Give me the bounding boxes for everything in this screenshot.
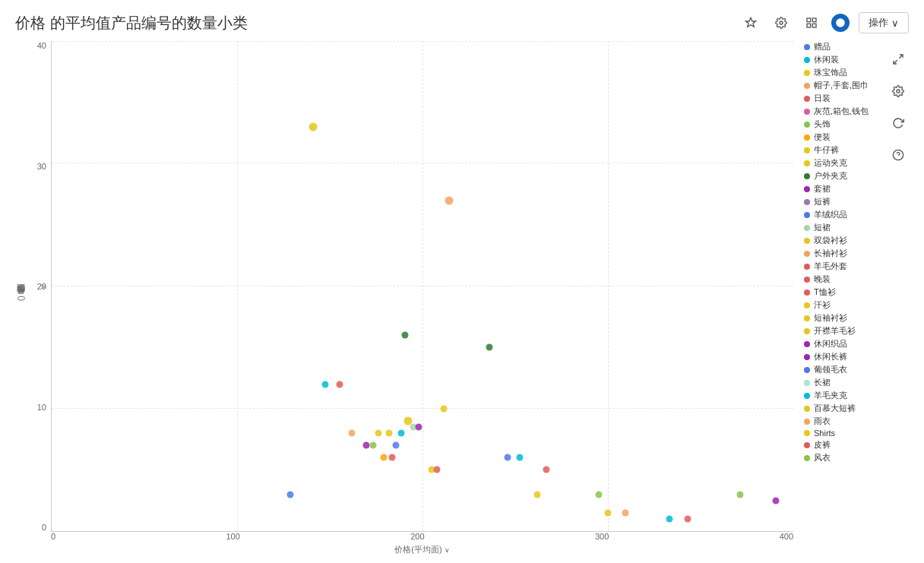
data-dot-12[interactable] [398, 430, 405, 437]
pin-icon[interactable] [740, 12, 761, 33]
legend-label-21: 短袖衬衫 [814, 312, 847, 324]
legend-panel: 赠品休闲装珠宝饰品帽子,手套,围巾日装灰范,箱包,钱包头饰便装牛仔裤运动夹克户外… [793, 41, 884, 497]
legend-item-22: 开襟羊毛衫 [804, 325, 884, 337]
y-axis: 40 30 20 10 0 [30, 41, 51, 532]
data-dot-7[interactable] [375, 430, 381, 437]
legend-item-20: 汗衫 [804, 299, 884, 311]
legend-dot-0 [804, 44, 810, 50]
data-dot-2[interactable] [322, 381, 329, 387]
legend-dot-7 [804, 134, 810, 141]
legend-label-6: 头饰 [814, 119, 831, 130]
legend-item-8: 牛仔裤 [804, 144, 884, 156]
data-dot-0[interactable] [286, 491, 293, 498]
legend-dot-20 [804, 302, 810, 308]
legend-item-13: 羊绒织品 [804, 209, 884, 220]
x-tick-300: 300 [595, 532, 609, 541]
data-dot-6[interactable] [369, 442, 376, 449]
legend-dot-6 [804, 122, 810, 128]
y-tick-10: 10 [37, 403, 46, 412]
data-dot-24[interactable] [534, 491, 541, 498]
legend-dot-18 [804, 277, 810, 283]
legend-item-23: 休闲织品 [804, 338, 884, 350]
legend-dot-14 [804, 225, 810, 231]
legend-item-18: 晚装 [804, 274, 884, 285]
data-dot-3[interactable] [336, 381, 343, 387]
legend-dot-9 [804, 160, 810, 166]
data-dot-29[interactable] [666, 515, 673, 522]
legend-dot-2 [804, 70, 810, 76]
data-dot-27[interactable] [605, 509, 612, 516]
data-dot-1[interactable] [309, 122, 317, 131]
data-dot-31[interactable] [737, 491, 744, 498]
action-button[interactable]: 操作 ∨ [859, 12, 909, 33]
data-dot-32[interactable] [772, 497, 779, 504]
data-dot-28[interactable] [622, 509, 629, 516]
x-axis-label: 价格(平均面) ∨ [51, 541, 909, 555]
data-dot-25[interactable] [543, 467, 549, 473]
legend-label-14: 短裙 [814, 222, 831, 233]
expand-button[interactable]: > [41, 282, 46, 291]
svg-rect-1 [807, 18, 811, 22]
legend-dot-27 [804, 393, 810, 399]
data-dot-13[interactable] [401, 332, 408, 339]
legend-item-5: 灰范,箱包,钱包 [804, 106, 884, 117]
legend-label-13: 羊绒织品 [814, 209, 847, 220]
data-dot-26[interactable] [596, 491, 603, 498]
svg-rect-3 [807, 24, 811, 27]
grid-v-300 [608, 41, 609, 531]
legend-item-1: 休闲装 [804, 54, 884, 65]
legend-item-7: 便装 [804, 131, 884, 143]
legend-dot-26 [804, 380, 810, 386]
x-tick-100: 100 [226, 532, 239, 541]
x-tick-0: 0 [51, 532, 55, 541]
chart-settings-icon[interactable] [888, 81, 909, 102]
y-tick-0: 0 [42, 523, 46, 532]
data-dot-11[interactable] [393, 442, 400, 449]
legend-item-3: 帽子,手套,围巾 [804, 80, 884, 91]
refresh-icon[interactable] [888, 112, 909, 134]
legend-item-16: 长袖衬衫 [804, 248, 884, 259]
data-dot-22[interactable] [504, 454, 511, 461]
legend-label-30: Shirts [814, 429, 835, 438]
data-dot-20[interactable] [445, 196, 453, 204]
legend-label-16: 长袖衬衫 [814, 248, 847, 259]
y-axis-label: 产品编号(数量) [15, 296, 27, 301]
legend-label-9: 运动夹克 [814, 157, 847, 169]
header: 价格 的平均值产品编号的数量小类 操作 ∨ [15, 12, 909, 33]
svg-point-8 [897, 90, 900, 93]
data-dot-16[interactable] [416, 423, 422, 430]
data-dot-23[interactable] [516, 454, 523, 461]
legend-dot-31 [804, 442, 810, 448]
legend-item-32: 风衣 [804, 452, 884, 463]
help-icon[interactable] [888, 144, 909, 166]
data-dot-9[interactable] [385, 430, 392, 437]
data-dot-10[interactable] [389, 454, 396, 461]
data-dot-5[interactable] [362, 442, 369, 449]
data-dot-8[interactable] [380, 454, 387, 461]
y-tick-30: 30 [37, 162, 46, 171]
legend-label-20: 汗衫 [814, 299, 831, 311]
svg-line-6 [899, 55, 903, 59]
legend-item-31: 皮裤 [804, 439, 884, 451]
legend-item-19: T恤衫 [804, 286, 884, 298]
legend-label-7: 便装 [814, 131, 831, 143]
legend-label-26: 长裙 [814, 377, 831, 388]
svg-rect-4 [812, 24, 816, 27]
data-dot-18[interactable] [433, 467, 440, 473]
page-title: 价格 的平均值产品编号的数量小类 [15, 13, 248, 33]
chart-icon[interactable] [831, 14, 850, 32]
svg-line-7 [894, 60, 897, 64]
data-dot-4[interactable] [349, 430, 356, 437]
legend-label-31: 皮裤 [814, 439, 831, 451]
legend-label-18: 晚装 [814, 274, 831, 285]
expand-chart-icon[interactable] [888, 49, 909, 70]
data-dot-30[interactable] [684, 515, 691, 522]
legend-label-23: 休闲织品 [814, 338, 847, 350]
settings-icon[interactable] [771, 12, 792, 33]
legend-item-21: 短袖衬衫 [804, 312, 884, 324]
data-dot-19[interactable] [440, 405, 447, 412]
data-dot-21[interactable] [486, 344, 493, 351]
grid-icon[interactable] [801, 12, 822, 33]
legend-label-8: 牛仔裤 [814, 144, 839, 156]
legend-dot-25 [804, 367, 810, 373]
